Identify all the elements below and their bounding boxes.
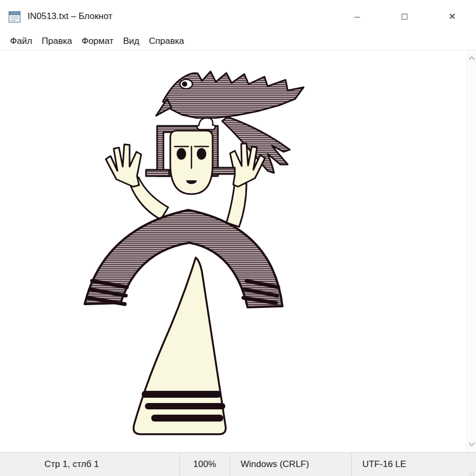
titlebar-left: IN0513.txt – Блокнот — [0, 10, 113, 24]
right-arm — [226, 182, 246, 227]
menu-help[interactable]: Справка — [144, 36, 189, 47]
statusbar: Стр 1, стлб 1 100% Windows (CRLF) UTF-16… — [0, 452, 476, 476]
titlebar[interactable]: IN0513.txt – Блокнот ─ ☐ ✕ — [0, 0, 476, 33]
menubar: Файл Правка Формат Вид Справка — [0, 33, 476, 50]
left-hand — [106, 144, 141, 187]
bird-pupil — [182, 81, 187, 87]
text-area[interactable] — [0, 50, 476, 452]
right-ear-bar — [210, 168, 235, 174]
ascii-art-drawing — [0, 50, 466, 452]
encoding: UTF-16 LE — [352, 453, 476, 476]
notepad-window: IN0513.txt – Блокнот ─ ☐ ✕ Файл Правка Ф… — [0, 0, 476, 476]
menu-format[interactable]: Формат — [77, 36, 118, 47]
cursor-position: Стр 1, стлб 1 — [0, 453, 180, 476]
close-button[interactable]: ✕ — [428, 0, 476, 33]
window-controls: ─ ☐ ✕ — [333, 0, 476, 33]
close-icon: ✕ — [448, 12, 456, 21]
left-ear-bar — [146, 170, 169, 176]
left-eye — [177, 148, 186, 160]
right-eye — [197, 148, 206, 160]
skirt-stripe-3 — [151, 415, 223, 422]
skirt-stripe-2 — [145, 403, 225, 409]
minimize-icon: ─ — [354, 13, 360, 21]
menu-view[interactable]: Вид — [118, 36, 144, 47]
menu-file[interactable]: Файл — [5, 36, 37, 47]
scroll-down-icon[interactable] — [468, 440, 475, 449]
hair-tuft — [197, 118, 216, 130]
scroll-up-icon[interactable] — [468, 53, 475, 63]
minimize-button[interactable]: ─ — [333, 0, 381, 33]
vertical-scrollbar[interactable] — [466, 50, 476, 452]
skirt-stripe-1 — [142, 391, 221, 398]
window-title: IN0513.txt – Блокнот — [28, 11, 113, 22]
notepad-icon — [7, 10, 22, 24]
maximize-icon: ☐ — [401, 13, 408, 21]
line-ending: Windows (CRLF) — [230, 453, 352, 476]
resize-grip-icon[interactable] — [468, 468, 474, 474]
zoom-level: 100% — [180, 453, 230, 476]
maximize-button[interactable]: ☐ — [381, 0, 428, 33]
menu-edit[interactable]: Правка — [37, 36, 77, 47]
bird-body — [163, 71, 304, 118]
